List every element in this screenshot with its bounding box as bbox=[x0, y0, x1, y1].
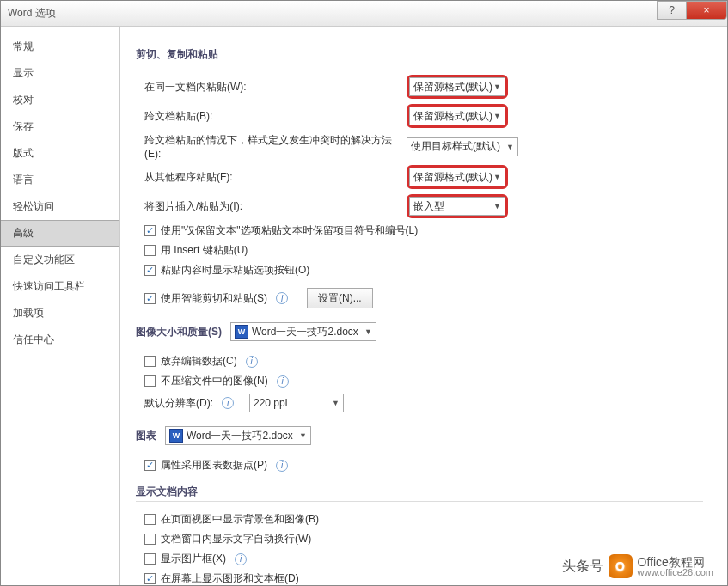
sidebar-item-proofing[interactable]: 校对 bbox=[1, 87, 119, 113]
info-icon[interactable]: i bbox=[276, 460, 288, 472]
chevron-down-icon: ▼ bbox=[493, 202, 501, 211]
checkbox-keep-bullets[interactable] bbox=[144, 225, 156, 236]
dropdown-value: Word一天一技巧2.docx bbox=[252, 325, 358, 339]
dropdown-ppi[interactable]: 220 ppi ▼ bbox=[249, 394, 344, 412]
label-other-app: 从其他程序粘贴(F): bbox=[144, 170, 407, 185]
sidebar-item-advanced[interactable]: 高级 bbox=[1, 220, 119, 247]
info-icon[interactable]: i bbox=[246, 356, 258, 368]
checkbox-insert-key[interactable] bbox=[144, 245, 156, 256]
sidebar-item-addins[interactable]: 加载项 bbox=[1, 300, 119, 327]
label-keep-bullets: 使用"仅保留文本"选项粘贴文本时保留项目符号和编号(L) bbox=[161, 223, 418, 238]
row-smart-cut: 使用智能剪切和粘贴(S) i 设置(N)... bbox=[136, 288, 703, 308]
settings-button[interactable]: 设置(N)... bbox=[307, 288, 373, 308]
dropdown-image-doc[interactable]: W Word一天一技巧2.docx ▼ bbox=[230, 322, 376, 341]
dropdown-value: 保留源格式(默认) bbox=[413, 170, 492, 185]
dropdown-value: 保留源格式(默认) bbox=[413, 80, 492, 95]
info-icon[interactable]: i bbox=[235, 553, 247, 565]
checkbox-discard-edit[interactable] bbox=[144, 356, 156, 367]
row-ppi: 默认分辨率(D): i 220 ppi ▼ bbox=[136, 394, 703, 412]
row-chart-props: 属性采用图表数据点(P) i bbox=[136, 458, 703, 473]
section-image-title: 图像大小和质量(S) bbox=[136, 325, 222, 339]
checkbox-pic-frame[interactable] bbox=[144, 553, 156, 565]
label-insert-pic: 将图片插入/粘贴为(I): bbox=[144, 199, 407, 214]
sidebar-item-ease[interactable]: 轻松访问 bbox=[1, 193, 119, 220]
checkbox-draw-shapes[interactable] bbox=[144, 573, 156, 584]
dropdown-insert-pic[interactable]: 嵌入型 ▼ bbox=[409, 197, 505, 216]
checkbox-no-compress[interactable] bbox=[144, 375, 156, 387]
checkbox-smart-cut[interactable] bbox=[144, 293, 156, 304]
row-show-paste-options: 粘贴内容时显示粘贴选项按钮(O) bbox=[136, 263, 703, 278]
row-discard-edit: 放弃编辑数据(C) i bbox=[136, 354, 703, 369]
info-icon[interactable]: i bbox=[276, 292, 288, 304]
sidebar-item-display[interactable]: 显示 bbox=[1, 60, 119, 87]
chevron-down-icon: ▼ bbox=[332, 399, 340, 407]
dropdown-cross-doc[interactable]: 保留源格式(默认) ▼ bbox=[409, 107, 505, 125]
dropdown-value: 保留源格式(默认) bbox=[413, 109, 492, 124]
dropdown-chart-doc[interactable]: W Word一天一技巧2.docx ▼ bbox=[165, 426, 311, 445]
label-no-compress: 不压缩文件中的图像(N) bbox=[161, 374, 268, 388]
checkbox-show-paste-options[interactable] bbox=[144, 265, 156, 276]
sidebar-item-layout[interactable]: 版式 bbox=[1, 140, 119, 167]
label-draw-shapes: 在屏幕上显示图形和文本框(D) bbox=[161, 571, 299, 585]
sidebar-item-trust[interactable]: 信任中心 bbox=[1, 327, 119, 353]
dropdown-same-doc[interactable]: 保留源格式(默认) ▼ bbox=[409, 77, 505, 96]
row-other-app-paste: 从其他程序粘贴(F): 保留源格式(默认) ▼ bbox=[136, 165, 703, 189]
dialog-body: 常规 显示 校对 保存 版式 语言 轻松访问 高级 自定义功能区 快速访问工具栏… bbox=[1, 27, 727, 585]
dropdown-value: 使用目标样式(默认) bbox=[411, 139, 500, 154]
section-image-head: 图像大小和质量(S) W Word一天一技巧2.docx ▼ bbox=[136, 322, 703, 345]
row-keep-bullets: 使用"仅保留文本"选项粘贴文本时保留项目符号和编号(L) bbox=[136, 223, 703, 238]
sidebar-item-general[interactable]: 常规 bbox=[1, 34, 119, 60]
label-smart-cut: 使用智能剪切和粘贴(S) bbox=[161, 291, 267, 306]
label-pic-frame: 显示图片框(X) bbox=[161, 552, 226, 566]
label-cross-doc: 跨文档粘贴(B): bbox=[144, 109, 407, 124]
label-same-doc: 在同一文档内粘贴(W): bbox=[144, 80, 407, 95]
chevron-down-icon: ▼ bbox=[506, 143, 514, 151]
help-button[interactable]: ? bbox=[657, 1, 687, 20]
section-chart-head: 图表 W Word一天一技巧2.docx ▼ bbox=[136, 426, 703, 449]
row-cross-doc-conflict: 跨文档粘贴的情况下，样式定义发生冲突时的解决方法(E): 使用目标样式(默认) … bbox=[136, 133, 703, 160]
chevron-down-icon: ▼ bbox=[493, 112, 501, 120]
label-chart-props: 属性采用图表数据点(P) bbox=[161, 458, 267, 473]
label-text-wrap: 文档窗口内显示文字自动换行(W) bbox=[161, 532, 311, 546]
window-title: Word 选项 bbox=[8, 6, 56, 21]
watermark-logo-icon: O bbox=[609, 554, 633, 578]
close-button[interactable]: × bbox=[686, 1, 727, 20]
word-doc-icon: W bbox=[169, 429, 183, 443]
titlebar: Word 选项 ? × bbox=[1, 1, 727, 27]
label-show-paste-options: 粘贴内容时显示粘贴选项按钮(O) bbox=[161, 263, 309, 278]
content-pane: 剪切、复制和粘贴 在同一文档内粘贴(W): 保留源格式(默认) ▼ 跨文档粘贴(… bbox=[120, 27, 727, 585]
label-bg-colors: 在页面视图中显示背景色和图像(B) bbox=[161, 512, 319, 527]
highlight-box: 保留源格式(默认) ▼ bbox=[407, 75, 508, 99]
dropdown-value: Word一天一技巧2.docx bbox=[187, 429, 293, 443]
chevron-down-icon: ▼ bbox=[364, 327, 372, 336]
row-insert-pic: 将图片插入/粘贴为(I): 嵌入型 ▼ bbox=[136, 194, 703, 218]
watermark-brand: Office教程网 bbox=[638, 556, 713, 568]
checkbox-text-wrap[interactable] bbox=[144, 534, 156, 545]
word-doc-icon: W bbox=[235, 325, 248, 339]
watermark-url: www.office26.com bbox=[638, 568, 713, 577]
section-paste-title: 剪切、复制和粘贴 bbox=[136, 47, 703, 64]
highlight-box: 嵌入型 ▼ bbox=[407, 194, 508, 218]
dropdown-other-app[interactable]: 保留源格式(默认) ▼ bbox=[409, 168, 505, 186]
titlebar-buttons: ? × bbox=[658, 1, 727, 20]
watermark: 头条号 O Office教程网 www.office26.com bbox=[562, 554, 713, 578]
dropdown-value: 嵌入型 bbox=[413, 199, 444, 214]
row-same-doc-paste: 在同一文档内粘贴(W): 保留源格式(默认) ▼ bbox=[136, 75, 703, 99]
options-dialog: Word 选项 ? × 常规 显示 校对 保存 版式 语言 轻松访问 高级 自定… bbox=[0, 0, 728, 586]
info-icon[interactable]: i bbox=[277, 375, 289, 388]
row-text-wrap: 文档窗口内显示文字自动换行(W) bbox=[136, 532, 703, 546]
section-display-title: 显示文档内容 bbox=[136, 485, 703, 502]
info-icon[interactable]: i bbox=[222, 397, 234, 409]
label-insert-key: 用 Insert 键粘贴(U) bbox=[161, 243, 248, 258]
row-insert-key: 用 Insert 键粘贴(U) bbox=[136, 243, 703, 258]
chevron-down-icon: ▼ bbox=[299, 431, 307, 440]
chevron-down-icon: ▼ bbox=[493, 173, 501, 181]
sidebar-item-customize-ribbon[interactable]: 自定义功能区 bbox=[1, 247, 119, 273]
checkbox-chart-props[interactable] bbox=[144, 460, 156, 471]
checkbox-bg-colors[interactable] bbox=[144, 514, 156, 525]
sidebar-item-quick-access[interactable]: 快速访问工具栏 bbox=[1, 273, 119, 300]
sidebar-item-language[interactable]: 语言 bbox=[1, 167, 119, 193]
dropdown-cross-doc-conflict[interactable]: 使用目标样式(默认) ▼ bbox=[407, 137, 518, 156]
sidebar-item-save[interactable]: 保存 bbox=[1, 113, 119, 140]
highlight-box: 保留源格式(默认) ▼ bbox=[407, 165, 508, 189]
